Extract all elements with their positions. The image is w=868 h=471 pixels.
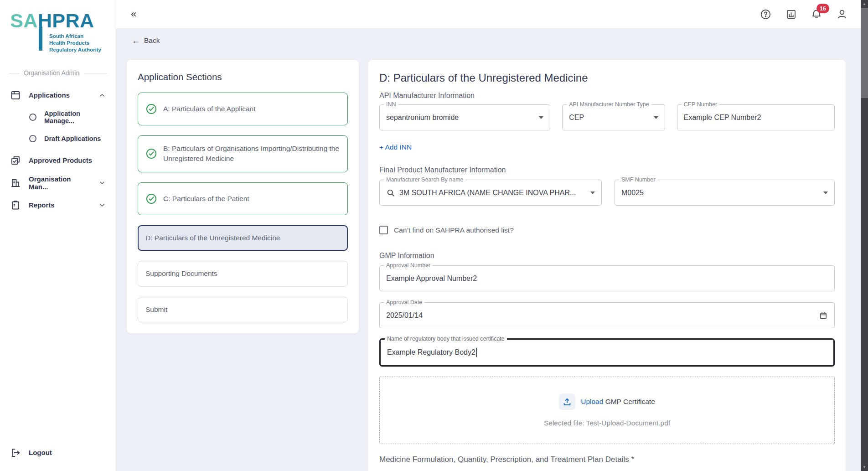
api-number-type-select[interactable]: API Manufacturer Number Type CEP [562,104,665,130]
dropdown-arrow-icon [590,192,595,194]
final-product-manufacturer-heading: Final Product Manufacturer Information [379,166,835,174]
dropdown-arrow-icon [539,116,543,119]
sidebar-item-reports[interactable]: Reports [0,194,116,216]
logo-word-teal: SA [10,10,38,31]
form-card: D: Particulars of the Unregistered Medic… [368,59,846,471]
section-item-submit[interactable]: Submit [138,297,348,322]
notifications-button[interactable]: 16 [811,8,822,20]
sidebar-item-label: Draft Applications [44,135,101,142]
profile-button[interactable] [836,8,848,20]
applications-icon [10,90,21,101]
manufacturer-search-value: 3M SOUTH AFRICA (NAME CHANGE INOVA PHAR.… [399,189,576,197]
sidebar-item-label: Organisation Man... [29,175,91,191]
logout-button[interactable]: Logout [0,441,116,464]
inn-select[interactable]: INN sepantronium bromide [379,104,550,130]
logo-word-rest: PRA [52,10,94,31]
section-item-label: Submit [145,305,167,315]
sidebar-item-application-management[interactable]: Application Manage... [0,106,116,128]
topbar: « 16 [116,0,861,29]
sidebar-item-draft-applications[interactable]: Draft Applications [0,128,116,149]
manufacturer-search-select[interactable]: Manufacturer Search By name 3M SOUTH AFR… [379,180,602,206]
next-section-heading: Medicine Formulation, Quantity, Prescrip… [379,455,835,464]
cep-number-input[interactable]: CEP Number Example CEP Number2 [677,104,835,130]
section-item-c[interactable]: C: Particulars of the Patient [138,182,348,215]
api-number-type-value: CEP [569,114,584,122]
regulatory-body-input-focused[interactable]: Name of regulatory body that issued cert… [379,338,835,367]
section-item-b[interactable]: B: Particulars of Organisations Importin… [138,135,348,172]
regulatory-body-value: Example Regulatory Body2 [387,348,475,357]
section-item-label: A: Particulars of the Applicant [163,104,255,114]
cant-find-checkbox-row: Can’t find on SAHPRA authorised list? [379,226,835,234]
user-icon [836,8,848,20]
sidebar-item-approved-products[interactable]: Approved Products [0,149,116,171]
tagline-line-3: Regulatory Authority [49,47,101,53]
tagline-line-2: Health Products [49,40,101,47]
sahpra-logo-tagline: South African Health Products Regulatory… [49,33,101,53]
notification-badge: 16 [816,4,829,13]
api-manufacturer-heading: API Manufacturer Information [379,92,835,100]
main-content: ← Back Application Sections A: Particula… [116,29,861,471]
approval-date-input[interactable]: Approval Date 2025/01/14 [379,302,835,328]
sahpra-logo-wordmark: SAHPRA [10,11,107,31]
section-item-supporting-documents[interactable]: Supporting Documents [138,261,348,286]
back-label: Back [144,36,160,45]
section-item-label: Supporting Documents [145,269,217,279]
bar-chart-icon [785,9,797,20]
gmp-certificate-dropzone[interactable]: Upload GMP Certificate Selected file: Te… [379,377,835,444]
approval-date-label: Approval Date [384,299,424,305]
selected-file-text: Selected file: Test-Upload-Document.pdf [544,419,670,427]
smf-number-select[interactable]: SMF Number M0025 [615,180,835,206]
section-item-a[interactable]: A: Particulars of the Applicant [138,93,348,125]
sidebar-item-label: Applications [29,91,70,99]
check-circle-icon [145,148,157,160]
section-item-label: C: Particulars of the Patient [163,194,249,204]
cant-find-checkbox[interactable] [379,226,388,234]
logout-label: Logout [29,449,52,456]
sidebar-item-applications[interactable]: Applications [0,84,116,106]
check-circle-icon [145,103,157,115]
sidebar: SAHPRA South African Health Products Reg… [0,0,116,471]
approval-date-value: 2025/01/14 [386,311,423,320]
approval-number-label: Approval Number [384,262,433,269]
chevron-down-icon [98,179,106,186]
scrollbar-up-arrow[interactable]: ▲ [861,0,868,8]
cant-find-checkbox-label: Can’t find on SAHPRA authorised list? [394,226,514,234]
section-item-label: D: Particulars of the Unregistered Medic… [145,233,280,243]
back-button[interactable]: ← Back [132,36,160,45]
upload-link[interactable]: Upload [581,398,603,405]
sidebar-item-label: Reports [29,201,55,209]
form-title: D: Particulars of the Unregistered Medic… [379,72,835,84]
back-arrow-icon: ← [132,36,140,45]
help-button[interactable] [760,8,771,20]
radio-icon [29,114,36,121]
logo-word-h: H [38,10,52,31]
statistics-button[interactable] [785,8,797,20]
cep-number-value: Example CEP Number2 [684,114,761,122]
panel-title: Application Sections [138,72,348,83]
smf-number-value: M0025 [621,189,644,197]
radio-icon [29,135,36,142]
upload-icon-button[interactable] [559,393,575,410]
section-item-label: B: Particulars of Organisations Importin… [163,144,340,164]
logout-icon [10,447,21,458]
search-icon [386,188,395,197]
application-sections-panel: Application Sections A: Particulars of t… [126,59,359,334]
gmp-information-heading: GMP Information [379,252,835,260]
calendar-icon[interactable] [819,311,828,320]
scrollbar-thumb[interactable] [861,8,868,98]
regulatory-body-label: Name of regulatory body that issued cert… [385,336,507,342]
sidebar-item-label: Approved Products [29,156,92,164]
text-cursor [476,348,477,357]
section-item-d-active[interactable]: D: Particulars of the Unregistered Medic… [138,225,348,251]
approval-number-input[interactable]: Approval Number Example Approval Number2 [379,265,835,291]
scrollbar-down-arrow[interactable]: ▼ [861,463,868,471]
sidebar-collapse-button[interactable]: « [131,9,136,19]
sidebar-menu: Applications Application Manage... Draft… [0,84,116,216]
role-label: Organisation Admin [9,69,107,77]
add-inn-link[interactable]: + Add INN [379,143,412,151]
dropdown-arrow-icon [654,116,658,119]
sahpra-logo: SAHPRA South African Health Products Reg… [10,11,107,55]
page-scrollbar: ▲ ▼ [861,0,868,471]
sidebar-item-organisation-management[interactable]: Organisation Man... [0,171,116,194]
tagline-line-1: South African [49,33,101,40]
